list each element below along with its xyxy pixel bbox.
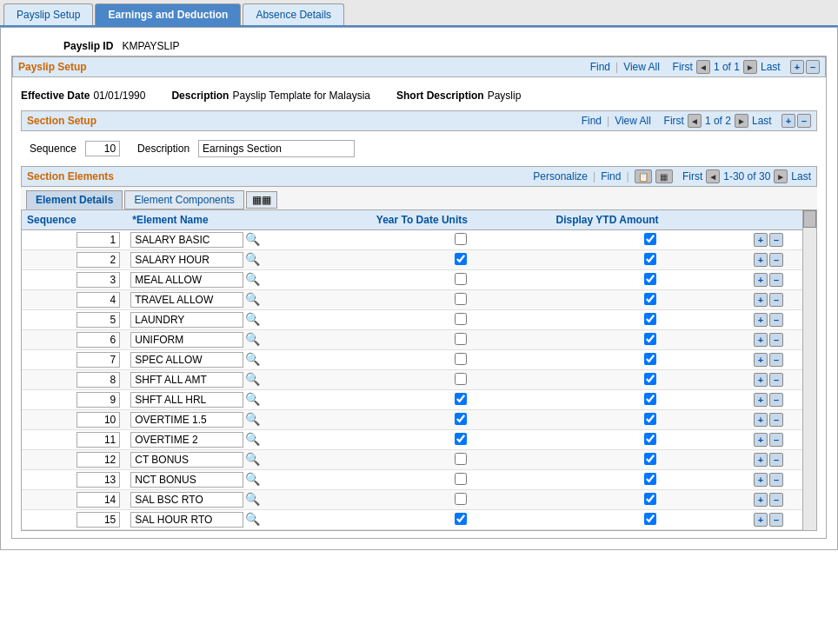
- element-name-field[interactable]: [130, 272, 243, 288]
- row-remove-btn[interactable]: –: [769, 493, 783, 507]
- lookup-button[interactable]: 🔍: [243, 472, 262, 486]
- element-name-field[interactable]: [130, 352, 243, 368]
- display-ytd-checkbox[interactable]: [644, 273, 656, 285]
- element-name-field[interactable]: [130, 252, 243, 268]
- row-add-btn[interactable]: +: [754, 453, 768, 467]
- element-name-field[interactable]: [130, 432, 243, 448]
- tab-element-details[interactable]: Element Details: [26, 190, 123, 209]
- row-add-btn[interactable]: +: [754, 253, 768, 267]
- row-remove-btn[interactable]: –: [769, 253, 783, 267]
- ytd-units-checkbox[interactable]: [455, 433, 467, 445]
- section-setup-first[interactable]: First: [664, 115, 684, 127]
- lookup-button[interactable]: 🔍: [243, 412, 262, 426]
- row-add-btn[interactable]: +: [754, 513, 768, 527]
- lookup-button[interactable]: 🔍: [243, 272, 262, 286]
- sequence-input[interactable]: [85, 141, 120, 156]
- lookup-button[interactable]: 🔍: [243, 292, 262, 306]
- lookup-button[interactable]: 🔍: [243, 432, 262, 446]
- display-ytd-checkbox[interactable]: [644, 513, 656, 525]
- row-remove-btn[interactable]: –: [769, 413, 783, 427]
- lookup-button[interactable]: 🔍: [243, 492, 262, 506]
- ytd-units-checkbox[interactable]: [455, 293, 467, 305]
- payslip-setup-viewall[interactable]: View All: [623, 61, 660, 73]
- row-remove-btn[interactable]: –: [769, 333, 783, 347]
- ytd-units-checkbox[interactable]: [455, 473, 467, 485]
- element-name-field[interactable]: [130, 332, 243, 348]
- elements-first-link[interactable]: First: [682, 170, 702, 183]
- ytd-units-checkbox[interactable]: [455, 413, 467, 425]
- sequence-field[interactable]: [76, 332, 120, 348]
- sequence-field[interactable]: [76, 432, 120, 448]
- element-name-field[interactable]: [130, 372, 243, 388]
- sequence-field[interactable]: [76, 492, 120, 508]
- row-add-btn[interactable]: +: [754, 413, 768, 427]
- row-remove-btn[interactable]: –: [769, 233, 783, 247]
- row-add-btn[interactable]: +: [754, 433, 768, 447]
- display-ytd-checkbox[interactable]: [644, 453, 656, 465]
- lookup-button[interactable]: 🔍: [243, 232, 262, 246]
- sequence-field[interactable]: [76, 352, 120, 368]
- section-description-input[interactable]: [198, 140, 355, 157]
- display-ytd-checkbox[interactable]: [644, 413, 656, 425]
- ytd-units-checkbox[interactable]: [455, 233, 467, 245]
- display-ytd-checkbox[interactable]: [644, 253, 656, 265]
- elements-prev-btn[interactable]: ◄: [706, 169, 720, 183]
- ytd-units-checkbox[interactable]: [455, 493, 467, 505]
- ytd-units-checkbox[interactable]: [455, 353, 467, 365]
- row-remove-btn[interactable]: –: [769, 433, 783, 447]
- tab-element-components[interactable]: Element Components: [124, 190, 243, 209]
- element-name-field[interactable]: [130, 412, 243, 428]
- lookup-button[interactable]: 🔍: [243, 252, 262, 266]
- row-remove-btn[interactable]: –: [769, 293, 783, 307]
- display-ytd-checkbox[interactable]: [644, 293, 656, 305]
- ytd-units-checkbox[interactable]: [455, 393, 467, 405]
- ytd-units-checkbox[interactable]: [455, 313, 467, 325]
- element-name-field[interactable]: [130, 232, 243, 248]
- row-remove-btn[interactable]: –: [769, 313, 783, 327]
- lookup-button[interactable]: 🔍: [243, 452, 262, 466]
- elements-find-link[interactable]: Find: [601, 170, 621, 183]
- element-name-field[interactable]: [130, 472, 243, 488]
- table-scroll-area[interactable]: Sequence *Element Name Year To Date Unit…: [22, 210, 802, 530]
- display-ytd-checkbox[interactable]: [644, 333, 656, 345]
- payslip-setup-add-btn[interactable]: +: [790, 60, 804, 74]
- ytd-units-checkbox[interactable]: [455, 513, 467, 525]
- sequence-field[interactable]: [76, 232, 120, 248]
- lookup-button[interactable]: 🔍: [243, 312, 262, 326]
- display-ytd-checkbox[interactable]: [644, 313, 656, 325]
- payslip-setup-remove-btn[interactable]: –: [806, 60, 820, 74]
- ytd-units-checkbox[interactable]: [455, 253, 467, 265]
- row-remove-btn[interactable]: –: [769, 273, 783, 287]
- lookup-button[interactable]: 🔍: [243, 392, 262, 406]
- lookup-button[interactable]: 🔍: [243, 332, 262, 346]
- tab-payslip-setup[interactable]: Payslip Setup: [3, 3, 93, 25]
- display-ytd-checkbox[interactable]: [644, 233, 656, 245]
- lookup-button[interactable]: 🔍: [243, 512, 262, 526]
- payslip-setup-prev-btn[interactable]: ◄: [696, 60, 710, 74]
- element-name-field[interactable]: [130, 312, 243, 328]
- sequence-field[interactable]: [76, 512, 120, 528]
- section-setup-next-btn[interactable]: ►: [735, 114, 748, 128]
- elements-view-btn[interactable]: 📋: [635, 169, 652, 183]
- row-remove-btn[interactable]: –: [769, 373, 783, 387]
- vertical-scrollbar[interactable]: [802, 210, 816, 530]
- element-name-field[interactable]: [130, 492, 243, 508]
- row-add-btn[interactable]: +: [754, 293, 768, 307]
- row-add-btn[interactable]: +: [754, 393, 768, 407]
- payslip-setup-find[interactable]: Find: [590, 61, 610, 73]
- ytd-units-checkbox[interactable]: [455, 453, 467, 465]
- display-ytd-checkbox[interactable]: [644, 433, 656, 445]
- display-ytd-checkbox[interactable]: [644, 353, 656, 365]
- lookup-button[interactable]: 🔍: [243, 372, 262, 386]
- display-ytd-checkbox[interactable]: [644, 393, 656, 405]
- ytd-units-checkbox[interactable]: [455, 373, 467, 385]
- section-setup-viewall[interactable]: View All: [615, 115, 651, 127]
- payslip-setup-next-btn[interactable]: ►: [743, 60, 757, 74]
- sequence-field[interactable]: [76, 372, 120, 388]
- sequence-field[interactable]: [76, 472, 120, 488]
- element-name-field[interactable]: [130, 392, 243, 408]
- row-add-btn[interactable]: +: [754, 493, 768, 507]
- row-add-btn[interactable]: +: [754, 313, 768, 327]
- display-ytd-checkbox[interactable]: [644, 473, 656, 485]
- sequence-field[interactable]: [76, 312, 120, 328]
